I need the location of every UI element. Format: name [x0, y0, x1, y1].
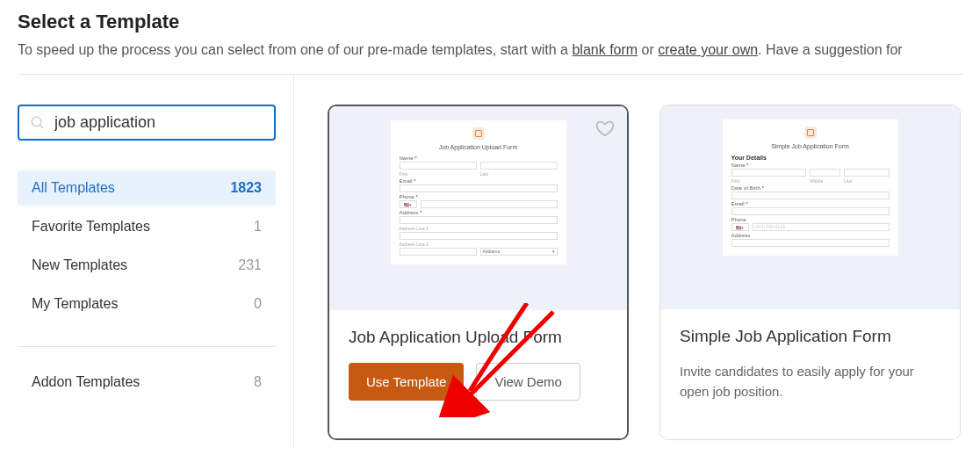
sidebar-item-new[interactable]: New Templates 231 [18, 248, 276, 283]
view-demo-button[interactable]: View Demo [476, 363, 580, 401]
search-box[interactable] [18, 105, 276, 141]
page-title: Select a Template [18, 11, 962, 33]
card-description: Invite candidates to easily apply for yo… [680, 362, 940, 401]
blank-form-link[interactable]: blank form [572, 42, 638, 57]
use-template-button[interactable]: Use Template [349, 363, 464, 401]
category-list: All Templates 1823 Favorite Templates 1 … [18, 170, 276, 322]
card-title: Job Application Upload Form [349, 328, 608, 347]
favorite-icon[interactable] [595, 119, 615, 138]
sidebar-item-favorite[interactable]: Favorite Templates 1 [18, 209, 276, 244]
form-preview-mock: Simple Job Application Form Your Details… [723, 119, 898, 256]
briefcase-icon [804, 127, 817, 139]
search-input[interactable] [54, 113, 263, 132]
sidebar-item-addon[interactable]: Addon Templates 8 [18, 365, 276, 400]
card-title: Simple Job Application Form [680, 327, 940, 346]
sidebar-item-all[interactable]: All Templates 1823 [18, 170, 276, 206]
template-card-simple[interactable]: Simple Job Application Form Your Details… [659, 105, 961, 440]
svg-point-0 [32, 117, 41, 127]
template-grid: Job Application Upload Form Name * First… [294, 75, 980, 448]
create-own-link[interactable]: create your own [658, 42, 758, 57]
svg-line-1 [40, 125, 43, 128]
page-subtitle: To speed up the process you can select f… [18, 42, 962, 58]
card-preview: Simple Job Application Form Your Details… [660, 105, 960, 309]
sidebar: All Templates 1823 Favorite Templates 1 … [0, 75, 294, 448]
card-preview: Job Application Upload Form Name * First… [329, 106, 627, 310]
template-card-upload[interactable]: Job Application Upload Form Name * First… [328, 105, 629, 440]
search-icon [30, 115, 46, 131]
briefcase-icon [472, 127, 485, 140]
sidebar-item-my[interactable]: My Templates 0 [18, 286, 276, 322]
category-divider [18, 346, 276, 347]
form-preview-mock: Job Application Upload Form Name * First… [391, 120, 566, 264]
